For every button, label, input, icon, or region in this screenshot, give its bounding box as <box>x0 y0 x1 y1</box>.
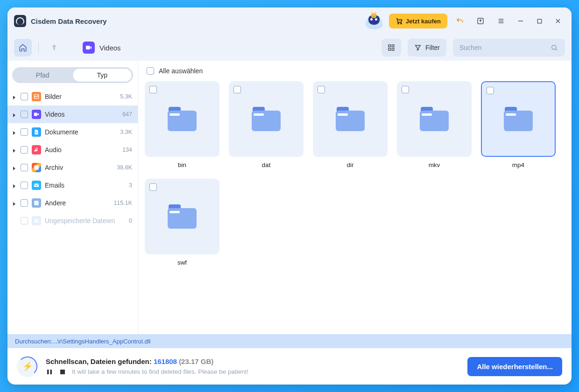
scan-path-text: ...\r\SettingsHandlers_AppControl.dll <box>52 338 150 345</box>
stop-icon <box>60 369 65 375</box>
summary-count: 161808 <box>154 357 177 365</box>
main-area: Pfad Typ Bilder 5.3K Videos 647 Dokument… <box>7 61 572 334</box>
folder-name-label: dir <box>346 161 353 168</box>
select-all-row[interactable]: Alle auswählen <box>138 61 572 81</box>
scan-hint: It will take a few minutes to find delet… <box>72 368 248 375</box>
folder-tile[interactable] <box>313 81 388 157</box>
svg-rect-20 <box>60 370 65 374</box>
category-label: Archiv <box>45 164 113 171</box>
svg-rect-13 <box>34 201 38 205</box>
folder-icon <box>420 107 449 131</box>
scan-path-bar: Durchsuchen: ...\r\SettingsHandlers_AppC… <box>7 334 572 348</box>
buy-button-label: Jetzt kaufen <box>406 18 441 25</box>
scan-spinner-icon: ⚡ <box>17 356 38 377</box>
tab-type[interactable]: Typ <box>72 68 133 82</box>
folder-checkbox[interactable] <box>149 183 157 191</box>
folder-swf[interactable]: swf <box>145 179 219 266</box>
select-all-checkbox[interactable] <box>147 67 154 75</box>
category-checkbox[interactable] <box>21 164 28 171</box>
svg-rect-6 <box>392 45 394 47</box>
svg-point-1 <box>401 23 402 24</box>
sidebar-item-videos[interactable]: Videos 647 <box>7 105 138 123</box>
sidebar-item-audio[interactable]: Audio 134 <box>7 141 138 159</box>
mascot-icon[interactable] <box>364 13 384 29</box>
titlebar: Cisdem Data Recovery Jetzt kaufen <box>7 7 572 35</box>
svg-rect-8 <box>392 49 394 51</box>
expand-caret-icon[interactable] <box>11 112 17 117</box>
folder-icon <box>336 107 365 131</box>
category-checkbox[interactable] <box>21 93 28 100</box>
category-label: Andere <box>45 199 110 207</box>
folder-dat[interactable]: dat <box>229 81 304 168</box>
content-area: Alle auswählen bin dat dir mkv mp4 <box>138 61 572 334</box>
category-checkbox[interactable] <box>21 146 28 154</box>
folder-checkbox[interactable] <box>318 86 325 93</box>
category-checkbox[interactable] <box>21 217 28 224</box>
folder-mkv[interactable]: mkv <box>397 81 472 168</box>
expand-caret-icon[interactable] <box>11 182 17 188</box>
svg-point-17 <box>35 220 37 222</box>
sidebar-tabs: Pfad Typ <box>12 67 133 83</box>
view-mode-button[interactable] <box>381 39 401 56</box>
minimize-button[interactable] <box>514 14 528 28</box>
app-title: Cisdem Data Recovery <box>31 17 107 25</box>
sidebar-item-bilder[interactable]: Bilder 5.3K <box>7 88 138 105</box>
folder-tile[interactable] <box>145 81 219 157</box>
folder-tile[interactable] <box>397 81 472 157</box>
up-button[interactable] <box>45 39 63 56</box>
stop-button[interactable] <box>59 368 66 376</box>
search-input[interactable] <box>459 44 546 51</box>
expand-caret-icon[interactable] <box>11 129 17 135</box>
expand-caret-icon[interactable] <box>11 94 17 99</box>
folder-grid: bin dat dir mkv mp4 swf <box>138 81 572 334</box>
expand-caret-icon[interactable] <box>11 200 17 206</box>
buy-button[interactable]: Jetzt kaufen <box>389 14 447 28</box>
tab-path[interactable]: Pfad <box>13 68 72 82</box>
sidebar-item-andere[interactable]: Andere 115.1K <box>7 194 138 212</box>
folder-icon <box>168 107 197 131</box>
folder-checkbox[interactable] <box>487 87 494 94</box>
menu-button[interactable] <box>493 13 509 29</box>
maximize-button[interactable] <box>532 14 546 28</box>
category-checkbox[interactable] <box>21 111 28 118</box>
summary-size: (23.17 GB) <box>179 357 213 365</box>
sidebar-item-dokumente[interactable]: Dokumente 3.3K <box>7 123 138 141</box>
recover-all-button[interactable]: Alle wiederherstellen... <box>467 357 562 376</box>
undo-button[interactable] <box>452 13 468 29</box>
expand-caret-icon[interactable] <box>11 165 17 170</box>
sidebar-item-emails[interactable]: Emails 3 <box>7 176 138 194</box>
mail-icon <box>32 181 41 190</box>
export-icon <box>476 17 485 25</box>
folder-tile[interactable] <box>229 81 304 157</box>
export-button[interactable] <box>473 13 488 29</box>
category-checkbox[interactable] <box>21 199 28 207</box>
filter-button[interactable]: Filter <box>408 39 446 56</box>
category-tree: Bilder 5.3K Videos 647 Dokumente 3.3K Au… <box>7 88 138 329</box>
folder-checkbox[interactable] <box>233 86 241 93</box>
folder-checkbox[interactable] <box>402 86 409 93</box>
folder-dir[interactable]: dir <box>313 81 388 168</box>
sidebar-item-archiv[interactable]: Archiv 38.6K <box>7 159 138 176</box>
home-icon <box>18 43 28 52</box>
category-label: Ungespeicherte Dateien <box>45 217 125 224</box>
category-checkbox[interactable] <box>21 128 28 136</box>
folder-bin[interactable]: bin <box>145 81 219 168</box>
toolbar-separator <box>38 42 39 53</box>
svg-rect-11 <box>34 165 38 169</box>
folder-tile[interactable] <box>481 81 556 157</box>
svg-rect-19 <box>50 370 52 374</box>
folder-name-label: dat <box>262 161 271 168</box>
audio-icon <box>32 145 41 154</box>
category-label: Dokumente <box>45 128 116 136</box>
home-button[interactable] <box>14 39 32 56</box>
folder-mp4[interactable]: mp4 <box>481 81 556 168</box>
expand-caret-icon[interactable] <box>11 147 17 153</box>
close-button[interactable] <box>551 14 565 28</box>
folder-tile[interactable] <box>145 179 219 254</box>
category-checkbox[interactable] <box>21 182 28 189</box>
search-field[interactable] <box>453 39 565 56</box>
svg-rect-10 <box>34 113 37 116</box>
pause-button[interactable] <box>46 368 53 376</box>
folder-checkbox[interactable] <box>149 86 157 93</box>
sidebar-item-unsaved[interactable]: Ungespeicherte Dateien 0 <box>7 212 138 230</box>
